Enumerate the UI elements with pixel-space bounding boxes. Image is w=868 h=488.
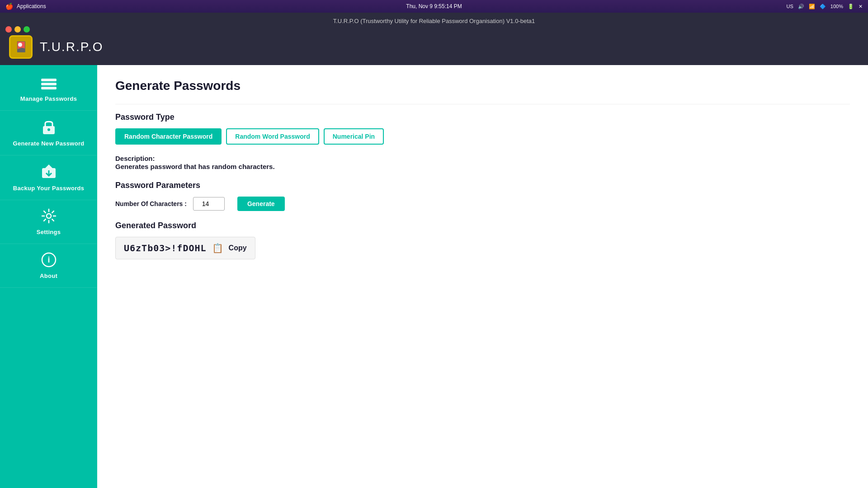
volume-icon: 🔊 — [798, 4, 804, 9]
generated-section: Generated Password U6zTb03>!fDOHL 📋 Copy — [115, 221, 850, 259]
battery-icon: 🔋 — [848, 4, 854, 9]
params-section: Password Parameters Number Of Characters… — [115, 181, 850, 211]
btn-numerical-pin[interactable]: Numerical Pin — [324, 128, 384, 145]
title-bar: T.U.R.P.O (Trustworthy Utility for Relia… — [0, 13, 868, 29]
page-title: Generate Passwords — [115, 79, 850, 93]
copy-icon[interactable]: 📋 — [212, 243, 223, 253]
svg-point-8 — [47, 214, 51, 218]
svg-point-4 — [47, 128, 50, 131]
app-logo: 🎴 — [9, 35, 33, 59]
description-text: Generates password that has random chara… — [115, 163, 275, 170]
num-chars-input[interactable] — [193, 197, 225, 211]
backup-icon — [41, 164, 57, 182]
settings-label: Settings — [37, 229, 61, 235]
bluetooth-icon: 🔷 — [820, 4, 826, 9]
sidebar-item-generate-password[interactable]: Generate New Password — [0, 111, 97, 155]
settings-icon — [41, 208, 57, 226]
svg-text:i: i — [47, 255, 50, 264]
svg-marker-6 — [45, 164, 52, 168]
password-text: U6zTb03>!fDOHL — [124, 243, 207, 253]
generate-password-label: Generate New Password — [13, 140, 84, 147]
logo-icon: 🎴 — [15, 41, 27, 53]
wifi-icon: 📶 — [809, 4, 815, 9]
generate-password-icon — [41, 119, 57, 137]
backup-label: Backup Your Passwords — [13, 185, 85, 192]
btn-random-word[interactable]: Random Word Password — [226, 128, 319, 145]
password-type-section: Password Type Random Character Password … — [115, 113, 850, 145]
notification-icon: ✕ — [859, 4, 863, 9]
main-content: Generate Passwords Password Type Random … — [97, 65, 868, 488]
svg-rect-2 — [41, 87, 57, 89]
traffic-lights — [5, 26, 30, 33]
mac-topbar-left: 🍎 Applications — [5, 3, 46, 10]
copy-label[interactable]: Copy — [229, 244, 247, 252]
generate-button[interactable]: Generate — [237, 197, 285, 211]
close-button[interactable] — [5, 26, 12, 33]
description-block: Description: Generates password that has… — [115, 155, 850, 171]
description-label: Description: — [115, 155, 155, 162]
svg-rect-1 — [41, 83, 57, 85]
password-display: U6zTb03>!fDOHL 📋 Copy — [115, 237, 255, 259]
minimize-button[interactable] — [14, 26, 21, 33]
btn-random-char[interactable]: Random Character Password — [115, 128, 222, 145]
about-icon: i — [41, 252, 57, 270]
sidebar-item-backup[interactable]: Backup Your Passwords — [0, 155, 97, 200]
password-type-buttons: Random Character Password Random Word Pa… — [115, 128, 850, 145]
battery-label: 100% — [830, 4, 843, 9]
params-row: Number Of Characters : Generate — [115, 197, 850, 211]
svg-rect-0 — [41, 79, 57, 81]
params-title: Password Parameters — [115, 181, 850, 190]
generated-title: Generated Password — [115, 221, 850, 230]
apple-icon: 🍎 — [5, 3, 13, 10]
mac-topbar: 🍎 Applications Thu, Nov 9 9:55:14 PM US … — [0, 0, 868, 13]
mac-topbar-datetime: Thu, Nov 9 9:55:14 PM — [406, 3, 462, 9]
app-title: T.U.R.P.O — [40, 40, 103, 54]
sidebar-item-about[interactable]: i About — [0, 244, 97, 288]
manage-passwords-icon — [41, 78, 57, 93]
manage-passwords-label: Manage Passwords — [20, 95, 77, 102]
sidebar-item-manage-passwords[interactable]: Manage Passwords — [0, 70, 97, 111]
mac-topbar-right: US 🔊 📶 🔷 100% 🔋 ✕ — [787, 4, 863, 9]
about-label: About — [40, 272, 57, 279]
kb-layout: US — [787, 4, 793, 9]
app-body: Manage Passwords Generate New Password — [0, 65, 868, 488]
num-chars-label: Number Of Characters : — [115, 200, 187, 207]
sidebar: Manage Passwords Generate New Password — [0, 65, 97, 488]
window-title: T.U.R.P.O (Trustworthy Utility for Relia… — [333, 18, 535, 24]
applications-menu[interactable]: Applications — [17, 3, 46, 9]
app-header: 🎴 T.U.R.P.O — [0, 29, 868, 65]
maximize-button[interactable] — [24, 26, 30, 33]
title-divider — [115, 104, 850, 104]
sidebar-item-settings[interactable]: Settings — [0, 200, 97, 244]
password-type-title: Password Type — [115, 113, 850, 122]
